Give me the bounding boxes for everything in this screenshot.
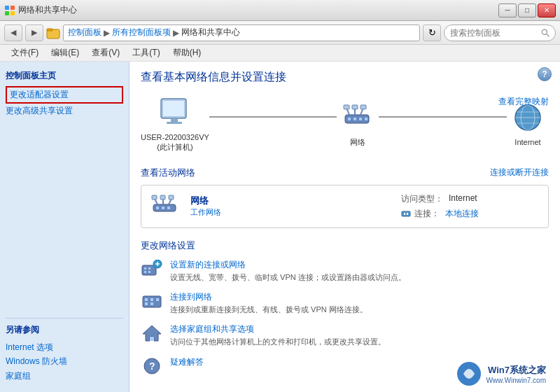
svg-rect-50: [145, 298, 148, 301]
active-network-header: 查看活动网络 连接或断开连接: [141, 167, 549, 179]
close-button[interactable]: ✕: [538, 4, 556, 18]
svg-rect-52: [156, 298, 159, 301]
breadcrumb-item-1[interactable]: 控制面板: [68, 27, 102, 38]
title-text: 网络和共享中心: [18, 4, 77, 16]
net-line-1: [209, 116, 337, 118]
svg-rect-5: [47, 29, 52, 31]
connect-disconnect-link[interactable]: 连接或断开连接: [490, 167, 549, 178]
new-connection-svg: [141, 260, 162, 278]
network-icon: [337, 101, 379, 134]
view-full-map-link[interactable]: 查看完整映射: [498, 96, 549, 108]
svg-line-7: [547, 34, 550, 36]
setting-item-connect-network: 连接到网络 连接到或重新连接到无线、有线、拨号或 VPN 网络连接。: [141, 291, 549, 315]
menu-edit[interactable]: 编辑(E): [46, 46, 85, 60]
win7-logo: [456, 361, 482, 386]
help-button[interactable]: ?: [538, 67, 552, 81]
active-network-svg: [149, 193, 181, 220]
title-bar-left: 网络和共享中心: [4, 4, 77, 16]
svg-rect-42: [144, 267, 146, 270]
homegroup-link[interactable]: 选择家庭组和共享选项: [170, 323, 549, 335]
svg-point-6: [542, 29, 547, 34]
sidebar-link-internet-options[interactable]: Internet 选项: [6, 340, 123, 355]
svg-rect-14: [354, 118, 356, 120]
search-input[interactable]: [450, 28, 538, 38]
svg-rect-39: [404, 213, 405, 215]
watermark-line2: Www.Winwin7.com: [486, 377, 546, 384]
svg-rect-38: [402, 211, 410, 216]
active-network-info: 网络 工作网络: [190, 195, 393, 218]
connect-icon: [401, 209, 411, 218]
net-label-network: 网络: [350, 137, 365, 147]
menu-help[interactable]: 帮助(H): [167, 46, 207, 60]
forward-button[interactable]: ▶: [25, 24, 43, 41]
svg-rect-49: [143, 296, 161, 307]
new-connection-desc: 设置无线、宽带、拨号、临时或 VPN 连接；或设置路由器或访问点。: [170, 273, 406, 281]
svg-rect-13: [348, 118, 351, 120]
setting-item-homegroup: 选择家庭组和共享选项 访问位于其他网络计算机上的文件和打印机，或更改共享设置。: [141, 323, 549, 347]
svg-rect-53: [145, 302, 148, 305]
page-title: 查看基本网络信息并设置连接: [141, 70, 549, 85]
connect-network-svg: [141, 292, 162, 310]
setting-text-homegroup: 选择家庭组和共享选项 访问位于其他网络计算机上的文件和打印机，或更改共享设置。: [170, 323, 549, 347]
prop-value-connect[interactable]: 本地连接: [445, 208, 479, 220]
refresh-button[interactable]: ↻: [423, 24, 441, 41]
menu-file[interactable]: 文件(F): [6, 46, 44, 60]
svg-rect-2: [5, 11, 9, 15]
prop-label-access: 访问类型：: [401, 193, 443, 205]
new-connection-icon: [141, 259, 163, 279]
svg-rect-37: [169, 195, 174, 200]
back-button[interactable]: ◀: [4, 24, 22, 41]
menu-bar: 文件(F) 编辑(E) 查看(V) 工具(T) 帮助(H): [0, 45, 560, 62]
sidebar-link-sharing-settings[interactable]: 更改高级共享设置: [6, 104, 123, 118]
active-network-icon: [148, 192, 182, 220]
new-connection-link[interactable]: 设置新的连接或网络: [170, 259, 549, 271]
homegroup-desc: 访问位于其他网络计算机上的文件和打印机，或更改共享设置。: [170, 337, 386, 346]
network-properties: 访问类型： Internet 连接： 本地连接: [401, 193, 541, 220]
homegroup-svg: [141, 324, 162, 342]
sidebar: 控制面板主页 更改适配器设置 更改高级共享设置 另请参阅 Internet 选项…: [0, 62, 130, 392]
net-node-internet: Internet: [507, 101, 549, 147]
window-icon: [4, 5, 15, 16]
change-settings-title: 更改网络设置: [141, 239, 549, 252]
network-diagram: USER-20200326VY(此计算机): [141, 96, 549, 153]
svg-rect-1: [10, 6, 15, 10]
sidebar-main-section: 控制面板主页 更改适配器设置 更改高级共享设置: [6, 70, 123, 118]
watermark: Win7系统之家 Www.Winwin7.com: [456, 361, 546, 386]
svg-rect-56: [150, 337, 154, 341]
svg-text:?: ?: [149, 360, 155, 372]
net-node-network: 网络: [337, 101, 379, 147]
svg-rect-3: [10, 11, 15, 15]
setting-text-connect-network: 连接到网络 连接到或重新连接到无线、有线、拨号或 VPN 网络连接。: [170, 291, 549, 315]
search-icon: [541, 28, 550, 38]
search-box: [444, 24, 556, 41]
connect-network-link[interactable]: 连接到网络: [170, 291, 549, 303]
homegroup-settings-icon: [141, 323, 163, 343]
prop-row-connect: 连接： 本地连接: [401, 208, 541, 220]
prop-label-connect: 连接：: [401, 208, 440, 220]
minimize-button[interactable]: ─: [498, 4, 517, 18]
sidebar-link-adapter-settings[interactable]: 更改适配器设置: [6, 86, 123, 104]
svg-rect-15: [359, 118, 362, 120]
title-bar-controls: ─ □ ✕: [498, 4, 556, 18]
sidebar-link-windows-firewall[interactable]: Windows 防火墙: [6, 354, 123, 369]
sidebar-link-homegroup[interactable]: 家庭组: [6, 369, 123, 384]
title-bar: 网络和共享中心 ─ □ ✕: [0, 0, 560, 21]
address-path[interactable]: 控制面板 ▶ 所有控制面板项 ▶ 网络和共享中心: [63, 24, 420, 41]
active-network-box: 网络 工作网络 访问类型： Internet 连接：: [141, 185, 549, 228]
menu-tools[interactable]: 工具(T): [127, 46, 165, 60]
active-network-type[interactable]: 工作网络: [190, 207, 393, 218]
svg-rect-21: [352, 105, 358, 109]
sidebar-also-see-title: 另请参阅: [6, 324, 123, 336]
net-label-internet: Internet: [514, 137, 540, 147]
svg-rect-44: [144, 271, 146, 273]
svg-rect-40: [407, 213, 408, 215]
breadcrumb-item-2[interactable]: 所有控制面板项: [112, 27, 171, 38]
breadcrumb-sep-1: ▶: [104, 28, 110, 38]
maximize-button[interactable]: □: [518, 4, 536, 18]
svg-rect-35: [152, 195, 157, 200]
active-network-name: 网络: [190, 195, 393, 207]
menu-view[interactable]: 查看(V): [86, 46, 125, 60]
prop-row-access: 访问类型： Internet: [401, 193, 541, 205]
setting-item-new-connection: 设置新的连接或网络 设置无线、宽带、拨号、临时或 VPN 连接；或设置路由器或访…: [141, 259, 549, 283]
watermark-line1: Win7系统之家: [486, 364, 546, 377]
